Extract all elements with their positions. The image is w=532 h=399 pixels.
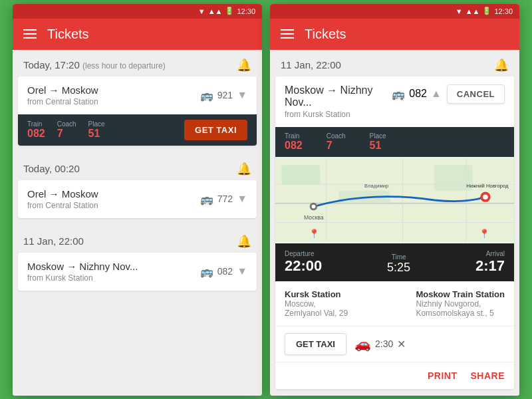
- left-menu-button[interactable]: [23, 29, 37, 39]
- svg-point-11: [312, 204, 316, 208]
- svg-text:📍: 📍: [479, 227, 490, 239]
- left-coach-label: Coach: [57, 120, 76, 128]
- right-battery-icon: 🔋: [482, 7, 491, 15]
- left-ticket-3-from: from Kursk Station: [27, 273, 138, 283]
- right-phone-content: 11 Jan, 22:00 🔔 Moskow → Nizhny Nov... f…: [270, 50, 519, 396]
- right-station-to-addr: Komsomolskaya st., 5: [416, 309, 505, 318]
- right-taxi-close-icon[interactable]: ✕: [397, 338, 406, 350]
- left-ticket-1-main: Orel → Moskow from Central Station 🚌 921…: [18, 76, 257, 114]
- right-place-label: Place: [370, 132, 386, 140]
- left-ticket-1-bus: 🚌 921 ▼: [200, 89, 247, 102]
- right-detail-place: Place 51: [370, 132, 386, 152]
- right-action-row: GET TAXI 🚗 2:30 ✕: [275, 326, 514, 362]
- left-ticket-3: Moskow → Nizhny Nov... from Kursk Statio…: [18, 253, 257, 291]
- right-station-from-addr: Zemlyanol Val, 29: [285, 309, 348, 318]
- left-ticket-3-route: Moskow → Nizhny Nov...: [27, 261, 138, 272]
- left-bus-num-3: 082: [217, 266, 233, 277]
- left-bell-1[interactable]: 🔔: [237, 58, 251, 72]
- svg-rect-7: [282, 165, 320, 184]
- left-chevron-1[interactable]: ▼: [237, 89, 247, 101]
- right-train-value: 082: [285, 140, 303, 152]
- right-detail-route: Moskow → Nizhny Nov...: [285, 84, 392, 108]
- right-menu-button[interactable]: [281, 29, 294, 39]
- right-arrival-time: 2:17: [475, 257, 505, 275]
- left-bus-num-1: 921: [217, 90, 233, 100]
- right-detail-train: Train 082: [285, 132, 303, 152]
- right-detail-bus: 🚌 082 ▲: [392, 88, 442, 100]
- left-app-title: Tickets: [47, 27, 89, 42]
- right-map: Москва Нижний Новгород Владимир 📍 📍: [275, 157, 514, 243]
- left-detail-place: Place 51: [88, 120, 105, 140]
- right-taxi-info: 🚗 2:30 ✕: [354, 336, 406, 352]
- right-stations-row: Kursk Station Moscow, Zemlyanol Val, 29 …: [275, 281, 514, 326]
- right-detail-date-header: 11 Jan, 22:00 🔔: [270, 50, 519, 76]
- right-coach-label: Coach: [327, 132, 346, 140]
- svg-text:📍: 📍: [309, 227, 320, 239]
- right-route-card: Moskow → Nizhny Nov... from Kursk Statio…: [275, 76, 514, 389]
- left-train-value: 082: [27, 128, 45, 140]
- right-departure-label: Departure: [285, 250, 322, 257]
- right-coach-value: 7: [327, 140, 346, 152]
- right-time-bar: Departure 22:00 Time 5:25 Arrival 2:17: [275, 243, 514, 281]
- right-share-btn[interactable]: SHARE: [470, 370, 505, 381]
- left-ticket-1-from: from Central Station: [27, 97, 98, 106]
- right-departure-time: 22:00: [285, 257, 322, 275]
- left-section-3-header: 11 Jan, 22:00 🔔: [13, 226, 262, 253]
- right-train-label: Train: [285, 132, 303, 140]
- right-taxi-car-icon: 🚗: [354, 336, 371, 352]
- right-detail-actions: 🚌 082 ▲ CANCEL: [392, 84, 505, 104]
- left-detail-coach: Coach 7: [57, 120, 76, 140]
- left-section-1-header: Today, 17:20 (less hour to departure) 🔔: [13, 50, 262, 76]
- left-date-note-1: (less hour to departure): [82, 61, 166, 70]
- right-bottom-actions: PRINT SHARE: [275, 362, 514, 389]
- left-get-taxi-btn-1[interactable]: GET TAXI: [184, 120, 247, 140]
- right-arrival-label: Arrival: [475, 250, 505, 257]
- right-place-value: 51: [370, 140, 386, 152]
- right-app-header: Tickets: [270, 19, 519, 50]
- right-status-icons: ▼ ▲▲ 🔋 12:30: [456, 7, 513, 15]
- svg-text:Владимир: Владимир: [364, 182, 388, 188]
- right-station-to-city: Nizhniy Novgorod,: [416, 299, 505, 309]
- left-ticket-1: Orel → Moskow from Central Station 🚌 921…: [18, 76, 257, 146]
- left-bus-icon-2: 🚌: [200, 193, 213, 205]
- right-duration: 5:25: [387, 261, 410, 275]
- right-bell[interactable]: 🔔: [494, 58, 509, 72]
- right-taxi-time: 2:30: [375, 338, 393, 349]
- right-station-to: Moskow Train Station Nizhniy Novgorod, K…: [416, 289, 505, 318]
- left-bell-2[interactable]: 🔔: [237, 162, 251, 176]
- right-get-taxi-btn[interactable]: GET TAXI: [285, 333, 346, 355]
- right-detail-header: Moskow → Nizhny Nov... from Kursk Statio…: [275, 76, 514, 127]
- left-bell-3[interactable]: 🔔: [237, 234, 251, 249]
- battery-icon: 🔋: [225, 7, 234, 15]
- left-bus-num-2: 772: [217, 194, 233, 204]
- right-departure-group: Departure 22:00: [285, 250, 322, 275]
- left-app-header: Tickets: [13, 19, 262, 50]
- left-status-bar: ▼ ▲▲ 🔋 12:30: [13, 4, 262, 19]
- right-status-bar: ▼ ▲▲ 🔋 12:30: [270, 4, 519, 19]
- left-chevron-3[interactable]: ▼: [237, 265, 247, 277]
- left-date-1: Today, 17:20 (less hour to departure): [23, 59, 166, 70]
- left-bus-icon-3: 🚌: [200, 265, 213, 278]
- left-coach-value: 7: [57, 128, 76, 140]
- right-chevron-up[interactable]: ▲: [431, 88, 442, 100]
- svg-text:Москва: Москва: [304, 213, 324, 220]
- wifi-icon: ▼: [198, 7, 205, 15]
- signal-icon: ▲▲: [208, 7, 223, 15]
- left-phone: ▼ ▲▲ 🔋 12:30 Tickets Today, 17:20 (less …: [13, 4, 262, 396]
- svg-point-13: [483, 194, 488, 200]
- right-time: 12:30: [494, 7, 513, 15]
- left-chevron-2[interactable]: ▼: [237, 193, 247, 205]
- left-section-2-header: Today, 00:20 🔔: [13, 154, 262, 180]
- left-ticket-2-bus: 🚌 772 ▼: [200, 193, 247, 205]
- right-phone: ▼ ▲▲ 🔋 12:30 Tickets 11 Jan, 22:00 🔔: [270, 4, 519, 396]
- left-ticket-2-from: from Central Station: [27, 201, 98, 210]
- left-ticket-2-main: Orel → Moskow from Central Station 🚌 772…: [18, 180, 257, 218]
- left-phone-content: Today, 17:20 (less hour to departure) 🔔 …: [13, 50, 262, 396]
- right-print-btn[interactable]: PRINT: [428, 370, 458, 381]
- right-cancel-btn[interactable]: CANCEL: [447, 84, 505, 104]
- left-train-label: Train: [27, 120, 45, 128]
- right-station-from: Kursk Station Moscow, Zemlyanol Val, 29: [285, 289, 348, 318]
- right-train-bar: Train 082 Coach 7 Place 51: [275, 127, 514, 157]
- right-bus-icon: 🚌: [392, 88, 405, 100]
- right-wifi-icon: ▼: [456, 7, 463, 15]
